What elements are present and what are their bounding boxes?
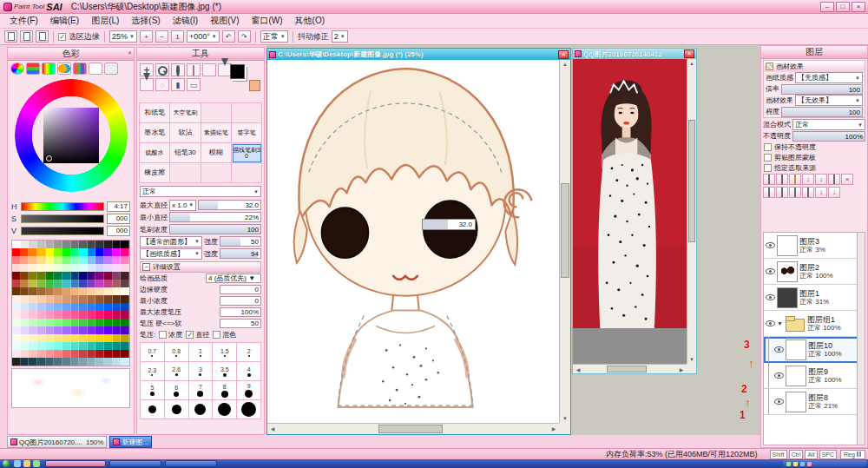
swatch[interactable] (88, 287, 96, 295)
swatch[interactable] (121, 264, 129, 272)
unchecked-checkbox[interactable] (213, 331, 220, 339)
swatch[interactable] (37, 311, 46, 319)
settings-icon[interactable] (104, 63, 118, 75)
canvas-vscrollbar[interactable]: ▲▼ (559, 60, 570, 423)
swatch[interactable] (104, 350, 113, 358)
swatch[interactable] (46, 287, 55, 295)
rotate-angle-select[interactable]: +000°▼ (187, 30, 220, 43)
brush-size-cell[interactable]: 0.7 (141, 343, 165, 362)
swatch[interactable] (21, 287, 30, 295)
swatch[interactable] (12, 248, 21, 256)
swatch[interactable] (95, 350, 104, 358)
swatch[interactable] (62, 272, 71, 280)
layer-visibility-toggle[interactable] (766, 294, 775, 300)
swatch[interactable] (12, 241, 21, 248)
swatch[interactable] (46, 326, 55, 334)
swatch[interactable] (104, 272, 113, 280)
unchecked-checkbox[interactable] (159, 331, 167, 339)
brush-size-cell[interactable]: 1 (189, 343, 214, 362)
unchecked-checkbox[interactable] (764, 164, 772, 172)
swatch[interactable] (113, 280, 122, 287)
vscroll-thumb[interactable] (561, 183, 569, 278)
swatch[interactable] (37, 241, 46, 248)
new-layer-icon[interactable] (763, 174, 775, 185)
eraser-icon[interactable]: ▭ (187, 78, 201, 91)
swatch[interactable] (29, 334, 37, 342)
swatch[interactable] (79, 272, 88, 280)
swatch[interactable] (21, 319, 30, 326)
close-button[interactable]: × (852, 2, 865, 12)
layer-mask-icon[interactable] (763, 187, 775, 198)
swatch[interactable] (29, 350, 37, 358)
swatch[interactable] (37, 264, 46, 272)
swatch[interactable] (88, 334, 96, 342)
swatch[interactable] (12, 264, 21, 272)
swatch[interactable] (121, 326, 129, 334)
menu-item-5[interactable]: 视图(V) (204, 14, 245, 28)
color-scratchpad[interactable] (11, 368, 130, 408)
effect-slider[interactable]: 100 (781, 107, 863, 117)
swatch[interactable] (95, 264, 104, 272)
swatch[interactable] (62, 334, 71, 342)
swatch[interactable] (95, 303, 104, 311)
menu-item-0[interactable]: 文件(F) (3, 14, 44, 28)
swatch[interactable] (21, 280, 30, 287)
swatch[interactable] (95, 280, 104, 287)
swatch[interactable] (113, 358, 122, 366)
scroll-up-icon[interactable]: ▲ (687, 59, 696, 68)
swatch[interactable] (121, 295, 129, 303)
close-icon[interactable]: × (128, 49, 132, 56)
swatch[interactable] (104, 256, 113, 264)
zoom-in-button[interactable]: + (140, 30, 153, 43)
swatch[interactable] (104, 326, 113, 334)
magnifier-icon[interactable] (155, 63, 169, 76)
swatch[interactable] (21, 358, 30, 366)
swatch[interactable] (37, 350, 46, 358)
swatch[interactable] (95, 334, 104, 342)
swatch[interactable] (121, 280, 129, 287)
taskbar-item-sai[interactable] (45, 460, 106, 467)
swatch[interactable] (79, 280, 88, 287)
new-vector-layer-icon[interactable] (776, 174, 788, 185)
photo-vscrollbar[interactable]: ▲▼ (687, 59, 696, 364)
swatch[interactable] (12, 280, 21, 287)
swatch[interactable] (54, 350, 62, 358)
swatch[interactable] (88, 303, 96, 311)
brush-tool[interactable]: 墨水笔 (140, 123, 170, 143)
pressure-check-直径[interactable]: ✓直径 (186, 330, 209, 339)
stabilizer-select[interactable]: 2▼ (332, 30, 348, 43)
swatch[interactable] (79, 334, 88, 342)
swatch[interactable] (54, 358, 62, 366)
sv-picker-marker[interactable] (46, 155, 52, 161)
swatch[interactable] (79, 256, 88, 264)
lock-opacity-icon[interactable] (789, 187, 801, 198)
swatch[interactable] (46, 311, 55, 319)
swatch[interactable] (88, 350, 96, 358)
swatch[interactable] (21, 272, 30, 280)
swatch[interactable] (29, 303, 37, 311)
layer-row[interactable]: 图层1正常 31% (764, 285, 865, 311)
swatch[interactable] (95, 326, 104, 334)
brush-size-cell[interactable]: 4 (237, 362, 261, 381)
layer-row[interactable]: 图层2正常 100% (764, 259, 865, 285)
swatch[interactable] (54, 280, 62, 287)
advanced-value[interactable]: 0 (220, 285, 261, 294)
swatch[interactable] (95, 311, 104, 319)
swatch[interactable] (104, 358, 113, 366)
pressure-check-浓度[interactable]: 浓度 (159, 330, 182, 339)
swatch[interactable] (62, 311, 71, 319)
swatch[interactable] (29, 256, 37, 264)
swatch[interactable] (95, 256, 104, 264)
brush-tool[interactable]: 天空笔刷 (170, 103, 201, 123)
swatch[interactable] (12, 326, 21, 334)
brush-size-cell[interactable] (141, 400, 165, 419)
swatch[interactable] (37, 326, 46, 334)
swatch[interactable] (12, 334, 21, 342)
brush-size-cell[interactable]: 5 (141, 381, 165, 400)
swatch[interactable] (113, 264, 122, 272)
unchecked-checkbox[interactable] (764, 143, 772, 151)
merge-down-icon[interactable] (815, 174, 827, 185)
swatch[interactable] (95, 342, 104, 350)
swatch[interactable] (71, 264, 80, 272)
quick-launch-icon[interactable] (33, 460, 40, 467)
